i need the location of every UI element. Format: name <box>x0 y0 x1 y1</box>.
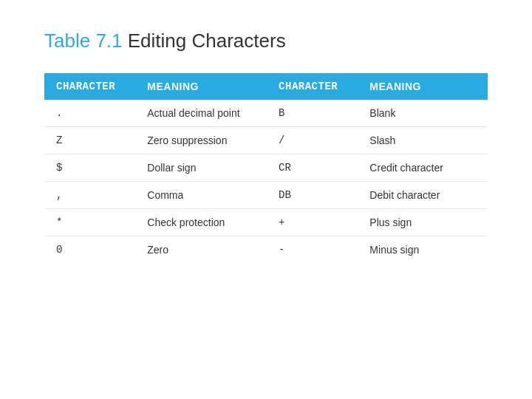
char1-cell: . <box>44 100 135 127</box>
header-meaning1: MEANING <box>135 73 267 100</box>
char2-cell: / <box>267 127 358 154</box>
header-char2: CHARACTER <box>267 73 358 100</box>
meaning2-cell: Slash <box>358 127 488 154</box>
meaning2-cell: Plus sign <box>358 209 488 236</box>
char2-cell: + <box>267 209 358 236</box>
page-title: Table 7.1 Editing Characters <box>44 30 488 52</box>
char2-cell: - <box>267 236 358 264</box>
char2-cell: CR <box>267 154 358 182</box>
table-number: Table 7.1 <box>44 30 123 52</box>
table-row: 0Zero-Minus sign <box>44 236 488 264</box>
meaning2-cell: Blank <box>358 100 488 127</box>
header-char1: CHARACTER <box>44 73 135 100</box>
char1-cell: , <box>44 182 135 209</box>
meaning1-cell: Zero <box>135 236 267 264</box>
meaning1-cell: Dollar sign <box>135 154 267 182</box>
editing-characters-table: CHARACTER MEANING CHARACTER MEANING .Act… <box>44 73 488 263</box>
char1-cell: $ <box>44 154 135 182</box>
meaning1-cell: Comma <box>135 182 267 209</box>
char2-cell: DB <box>267 182 358 209</box>
char1-cell: Z <box>44 127 135 154</box>
meaning1-cell: Actual decimal point <box>135 100 267 127</box>
table-row: *Check protection+Plus sign <box>44 209 488 236</box>
meaning2-cell: Debit character <box>358 182 488 209</box>
meaning1-cell: Check protection <box>135 209 267 236</box>
char1-cell: 0 <box>44 236 135 264</box>
main-container: Table 7.1 Editing Characters CHARACTER M… <box>44 30 488 263</box>
table-row: ,CommaDBDebit character <box>44 182 488 209</box>
meaning1-cell: Zero suppression <box>135 127 267 154</box>
table-row: ZZero suppression/Slash <box>44 127 488 154</box>
table-header-row: CHARACTER MEANING CHARACTER MEANING <box>44 73 488 100</box>
table-row: .Actual decimal pointBBlank <box>44 100 488 127</box>
meaning2-cell: Minus sign <box>358 236 488 264</box>
table-row: $Dollar signCRCredit character <box>44 154 488 182</box>
char1-cell: * <box>44 209 135 236</box>
meaning2-cell: Credit character <box>358 154 488 182</box>
title-suffix: Editing Characters <box>123 30 286 52</box>
header-meaning2: MEANING <box>358 73 488 100</box>
char2-cell: B <box>267 100 358 127</box>
